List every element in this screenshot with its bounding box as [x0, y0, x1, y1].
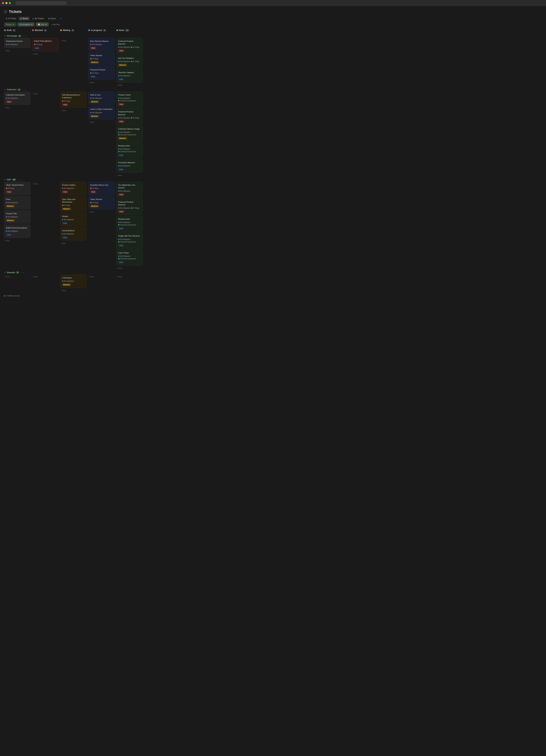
- pdp-section-label: PDP: [7, 179, 11, 181]
- card[interactable]: Video Section Fix Bugs Medium: [88, 52, 115, 65]
- tab-board[interactable]: ⊟ Board: [19, 17, 30, 20]
- collection-chevron-icon[interactable]: ▼: [4, 89, 6, 91]
- card[interactable]: Collection Banner Image Site Migration C…: [116, 126, 143, 141]
- due-icon: 📅: [38, 23, 40, 26]
- tab-hours[interactable]: ⊞ Hours: [46, 17, 58, 20]
- blocked-homepage-new-button[interactable]: + New: [32, 52, 38, 56]
- done-pdp-new-button[interactable]: + New: [116, 266, 122, 270]
- search-bar[interactable]: [16, 1, 67, 5]
- homepage-dots-icon[interactable]: ···: [22, 35, 24, 37]
- all-tasks-label: All Tasks: [8, 17, 16, 20]
- card[interactable]: 'Style' Variant Picker Fix Bugs High: [4, 182, 30, 195]
- card[interactable]: Bullet Point Descriptions Site Migration…: [4, 225, 30, 238]
- card[interactable]: CTA Button Site Migration Medium: [60, 275, 87, 288]
- waiting-sitewide-new-button[interactable]: + New: [60, 289, 66, 292]
- card[interactable]: Links to Other Collections Site Migratio…: [88, 106, 115, 119]
- collection-dots-icon[interactable]: ···: [22, 88, 24, 91]
- waiting-homepage-new-button[interactable]: + New: [61, 39, 67, 42]
- card[interactable]: SHOP PSE MERCH Fix Bugs Low: [32, 38, 58, 51]
- draft-sitewide-new-button[interactable]: + New: [4, 275, 10, 279]
- blocked-pdp-new-button[interactable]: + New: [32, 182, 38, 186]
- sitewide-add-icon[interactable]: +: [23, 271, 24, 274]
- priority-badge-high: High: [118, 120, 124, 123]
- card[interactable]: You Might Also Like Section Site Migrati…: [116, 182, 143, 198]
- add-filter-button[interactable]: + Add filter: [50, 23, 61, 26]
- add-tab-button[interactable]: +: [58, 17, 63, 20]
- card[interactable]: Featured Product Banners Site Migration …: [116, 199, 143, 215]
- inprogress-pdp-new-button[interactable]: + New: [88, 210, 94, 214]
- sitewide-chevron-icon[interactable]: ▼: [4, 272, 6, 273]
- waiting-collection-new-button[interactable]: + New: [60, 109, 66, 112]
- card[interactable]: Video Section Fix Bugs Medium: [88, 196, 115, 209]
- blocked-column-title: Blocked: [35, 29, 43, 31]
- done-collection-new-button[interactable]: + New: [116, 174, 122, 177]
- draft-collection-new-button[interactable]: + New: [4, 106, 10, 109]
- card[interactable]: Add Missing Bows in Collections Fix Bugs…: [60, 92, 87, 108]
- card-title: Video Section: [90, 54, 113, 57]
- dot-green[interactable]: [9, 2, 11, 4]
- done-status-dot: [116, 29, 118, 31]
- pdp-chevron-icon[interactable]: ▼: [4, 179, 6, 181]
- card[interactable]: Price Site Migration Medium: [4, 196, 30, 209]
- blocked-status-dot: [32, 29, 34, 31]
- done-homepage-new-button[interactable]: + New: [116, 83, 122, 87]
- card[interactable]: Bow Selector Banner Site Migration High: [88, 38, 115, 51]
- priority-badge-low: Low: [118, 78, 124, 81]
- dot-yellow[interactable]: [5, 2, 7, 4]
- tab-all-tasks[interactable]: ⊞ All Tasks: [4, 17, 18, 20]
- card[interactable]: Quantity/ Add to Cart Fix Bugs High: [88, 182, 115, 195]
- card[interactable]: Social Buttons Site Migration Low: [60, 227, 87, 241]
- priority-filter[interactable]: Priority ▼: [4, 23, 16, 26]
- draft-pdp-new-button[interactable]: + New: [4, 239, 10, 242]
- tab-by-project[interactable]: ◎ By Project: [30, 17, 46, 20]
- priority-chevron-icon: ▼: [12, 23, 14, 26]
- card[interactable]: Spec Stats and Dimensions Fix Bugs Mediu…: [60, 196, 87, 212]
- card[interactable]: Breadcrumbs Site Migration Checkout Expe…: [116, 142, 143, 158]
- page-title-icon: ☑: [4, 10, 7, 14]
- card-title: Bow Selector Banner: [90, 40, 113, 43]
- card[interactable]: Breadcrumbs Site Migration Checkout Expe…: [116, 216, 143, 232]
- due-filter[interactable]: 📅 Due ▼: [36, 22, 49, 26]
- sitewide-dots-icon[interactable]: ···: [20, 271, 22, 274]
- homepage-add-icon[interactable]: +: [25, 35, 27, 37]
- card[interactable]: Product Gallery Site Migration High: [60, 182, 87, 195]
- inprogress-collection-new-button[interactable]: + New: [88, 120, 94, 124]
- card[interactable]: Featured Product Banners Site Migration …: [116, 38, 143, 54]
- card[interactable]: Testimonial Section Site Migration: [4, 38, 30, 48]
- card[interactable]: Shop By Category Site Migration Low: [116, 69, 143, 82]
- priority-badge-medium: Medium: [90, 100, 99, 103]
- hours-icon: ⊞: [48, 18, 50, 20]
- card[interactable]: Collection Description Site Migration Hi…: [4, 92, 30, 105]
- column-header-inprogress: In progress 6: [88, 29, 115, 32]
- blocked-collection-new-button[interactable]: + New: [32, 92, 38, 96]
- assignee-filter[interactable]: 👥 Assignee ▼: [18, 22, 35, 26]
- pdp-dots-icon[interactable]: ···: [17, 178, 19, 181]
- draft-homepage-new-button[interactable]: + New: [4, 49, 10, 52]
- collection-add-icon[interactable]: +: [25, 88, 26, 91]
- homepage-chevron-icon[interactable]: ▼: [4, 35, 6, 37]
- card-title: Featured Product Banners: [118, 110, 141, 116]
- dot-red[interactable]: [2, 2, 4, 4]
- done-sitewide-new-button[interactable]: + New: [116, 275, 122, 279]
- card[interactable]: Image with Text Sections Site Migration …: [116, 233, 143, 248]
- priority-badge-low: Low: [118, 261, 124, 264]
- card[interactable]: Filter & Sort Site Migration Medium: [88, 92, 115, 105]
- card[interactable]: Promotion Banners Site Migration Low: [116, 159, 143, 173]
- hidden-groups[interactable]: ▶ 4 hidden groups: [4, 293, 542, 299]
- waiting-pdp-new-button[interactable]: + New: [60, 242, 66, 245]
- inprogress-homepage-new-button[interactable]: + New: [88, 81, 94, 84]
- waiting-column-title: Waiting: [63, 29, 70, 31]
- priority-badge-high: High: [118, 210, 124, 213]
- pdp-add-icon[interactable]: +: [20, 178, 21, 181]
- card-title: Social Buttons: [62, 229, 85, 232]
- card-title: See Our Retailers: [118, 57, 141, 60]
- blocked-sitewide-new-button[interactable]: + New: [32, 275, 38, 279]
- card[interactable]: Details Site Migration Low: [60, 213, 87, 226]
- card[interactable]: Color Picker Site Migration Checkout Exp…: [116, 250, 143, 265]
- card[interactable]: Product Title Site Migration Medium: [4, 210, 30, 224]
- card[interactable]: Featured Product Banners Site Migration …: [116, 108, 143, 124]
- card[interactable]: Product Cards Site Migration Checkout Ex…: [116, 92, 143, 107]
- card[interactable]: See Our Retailers Site Migration Fix Bug…: [116, 55, 143, 68]
- card[interactable]: Featured Product Fix Bugs Low: [88, 66, 115, 80]
- inprogress-sitewide-new-button[interactable]: + New: [88, 275, 94, 279]
